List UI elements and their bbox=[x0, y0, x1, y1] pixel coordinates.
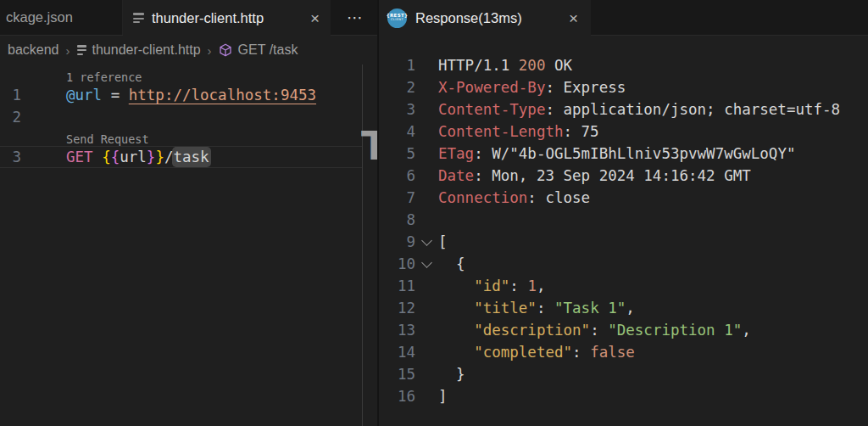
code-token: Content-Length bbox=[438, 123, 564, 140]
line-number: 7 bbox=[379, 189, 415, 206]
tab-label: Response(13ms) bbox=[415, 10, 522, 26]
code-line-7[interactable]: 7Connection: close bbox=[379, 187, 862, 209]
code-token: GET bbox=[66, 149, 93, 165]
line-number: 16 bbox=[379, 388, 415, 405]
code-line-10[interactable]: 10 { bbox=[379, 253, 862, 275]
code-token: } bbox=[438, 366, 465, 383]
fold-chevron-icon[interactable] bbox=[415, 262, 438, 266]
code-token: HTTP/1.1 bbox=[438, 57, 519, 74]
code-token: 1 bbox=[527, 277, 537, 294]
http-file-editor[interactable]: 1 reference1@url = http://localhost:9453… bbox=[0, 66, 362, 168]
line-number: 10 bbox=[379, 255, 415, 272]
breadcrumb-folder[interactable]: backend bbox=[8, 42, 59, 58]
code-token: : W/"4b-OGL5mIBhLlniv53pvwW7wGwLoQY" bbox=[474, 145, 795, 162]
codelens-label[interactable]: 1 reference bbox=[66, 70, 142, 84]
code-line-5[interactable]: 5ETag: W/"4b-OGL5mIBhLlniv53pvwW7wGwLoQY… bbox=[379, 143, 862, 165]
code-token: : bbox=[572, 344, 590, 361]
code-line-3[interactable]: 3GET {{url}}/task bbox=[0, 146, 362, 168]
code-line-3[interactable]: 3Content-Type: application/json; charset… bbox=[379, 98, 862, 121]
response-editor[interactable]: 1HTTP/1.1 200 OK2X-Powered-By: Express3C… bbox=[379, 54, 862, 407]
code-token: : 75 bbox=[564, 123, 599, 140]
chevron-right-icon: › bbox=[65, 43, 71, 58]
breadcrumb-file[interactable]: thunder-client.http bbox=[92, 42, 201, 58]
code-line-13[interactable]: 13 "description": "Description 1", bbox=[379, 319, 862, 341]
code-token: url bbox=[120, 149, 147, 165]
code-token: { bbox=[438, 255, 465, 272]
code-token: [ bbox=[438, 233, 448, 250]
code-token: Connection bbox=[438, 189, 527, 206]
code-text: ETag: W/"4b-OGL5mIBhLlniv53pvwW7wGwLoQY" bbox=[438, 145, 795, 162]
more-actions-button[interactable]: ⋯ bbox=[331, 0, 379, 35]
code-text: "completed": false bbox=[438, 344, 635, 361]
code-text: Date: Mon, 23 Sep 2024 14:16:42 GMT bbox=[438, 167, 751, 184]
code-text: @url = http://localhost:9453 bbox=[66, 87, 316, 104]
ellipsis-icon: ⋯ bbox=[347, 8, 363, 27]
line-number: 9 bbox=[379, 233, 415, 250]
line-number: 11 bbox=[379, 277, 415, 294]
code-line-9[interactable]: 9[ bbox=[379, 231, 862, 253]
code-line-1[interactable]: 1@url = http://localhost:9453 bbox=[0, 84, 362, 106]
code-token: OK bbox=[545, 57, 572, 74]
code-text: X-Powered-By: Express bbox=[438, 79, 626, 96]
tab-response[interactable]: {REST} CLIENT Response(13ms) × bbox=[379, 0, 591, 36]
close-icon[interactable]: × bbox=[566, 9, 581, 27]
code-token: = bbox=[102, 87, 129, 104]
code-line-4[interactable]: 4Content-Length: 75 bbox=[379, 121, 862, 143]
tab-label: ckage.json bbox=[6, 9, 73, 25]
code-line-2[interactable]: 2 bbox=[0, 106, 362, 128]
code-token: "Task 1" bbox=[554, 300, 626, 317]
fold-chevron-icon[interactable] bbox=[415, 240, 438, 244]
url-link[interactable]: http://localhost:9453 bbox=[129, 87, 316, 104]
code-token bbox=[438, 300, 474, 317]
code-line-11[interactable]: 11 "id": 1, bbox=[379, 275, 862, 297]
vscode-window: ckage.json thunder-client.http × ⋯ {REST… bbox=[0, 0, 868, 426]
line-number: 13 bbox=[379, 322, 415, 339]
minimap-letter: T bbox=[361, 124, 379, 168]
codelens-label[interactable]: Send Request bbox=[66, 132, 149, 146]
send-request-codelens[interactable]: Send Request bbox=[0, 128, 362, 146]
code-token: X-Powered-By bbox=[438, 79, 545, 96]
code-text: "id": 1, bbox=[438, 277, 545, 294]
line-number: 6 bbox=[379, 167, 415, 184]
code-token: } bbox=[147, 149, 156, 165]
code-line-8[interactable]: 8 bbox=[379, 209, 862, 231]
line-number: 2 bbox=[0, 109, 21, 126]
code-token: "Description 1" bbox=[608, 322, 742, 339]
references-codelens[interactable]: 1 reference bbox=[0, 66, 362, 84]
code-token bbox=[93, 149, 103, 165]
code-line-6[interactable]: 6Date: Mon, 23 Sep 2024 14:16:42 GMT bbox=[379, 165, 862, 187]
code-token: @url bbox=[66, 87, 102, 104]
code-text: { bbox=[438, 255, 465, 272]
chevron-right-icon: › bbox=[207, 43, 213, 58]
code-token: : bbox=[590, 322, 608, 339]
code-line-15[interactable]: 15 } bbox=[379, 363, 862, 385]
code-line-14[interactable]: 14 "completed": false bbox=[379, 341, 862, 363]
close-icon[interactable]: × bbox=[308, 9, 322, 27]
line-number: 4 bbox=[379, 123, 415, 140]
code-token: : close bbox=[527, 189, 590, 206]
code-token: , bbox=[537, 277, 546, 294]
code-token bbox=[438, 277, 474, 294]
code-line-2[interactable]: 2X-Powered-By: Express bbox=[379, 76, 862, 98]
code-token: : bbox=[509, 277, 527, 294]
code-line-12[interactable]: 12 "title": "Task 1", bbox=[379, 297, 862, 319]
code-token: "completed" bbox=[474, 344, 572, 361]
code-token: ETag bbox=[438, 145, 474, 162]
tab-package-json[interactable]: ckage.json bbox=[0, 0, 123, 35]
line-number: 1 bbox=[379, 57, 415, 74]
code-line-1[interactable]: 1HTTP/1.1 200 OK bbox=[379, 54, 862, 76]
line-number: 15 bbox=[379, 366, 415, 383]
code-token: : bbox=[537, 300, 554, 317]
breadcrumb-symbol[interactable]: GET /task bbox=[238, 42, 298, 58]
tab-label: thunder-client.http bbox=[152, 10, 264, 26]
line-number: 1 bbox=[0, 87, 21, 104]
line-number: 8 bbox=[379, 211, 415, 228]
tab-thunder-client-http[interactable]: thunder-client.http × bbox=[123, 0, 331, 36]
code-text: HTTP/1.1 200 OK bbox=[438, 57, 572, 74]
code-line-16[interactable]: 16] bbox=[379, 385, 862, 407]
line-number: 2 bbox=[379, 79, 415, 96]
code-text: "title": "Task 1", bbox=[438, 300, 635, 317]
line-number: 3 bbox=[0, 149, 21, 165]
file-icon bbox=[77, 45, 86, 55]
code-text: } bbox=[438, 366, 465, 383]
